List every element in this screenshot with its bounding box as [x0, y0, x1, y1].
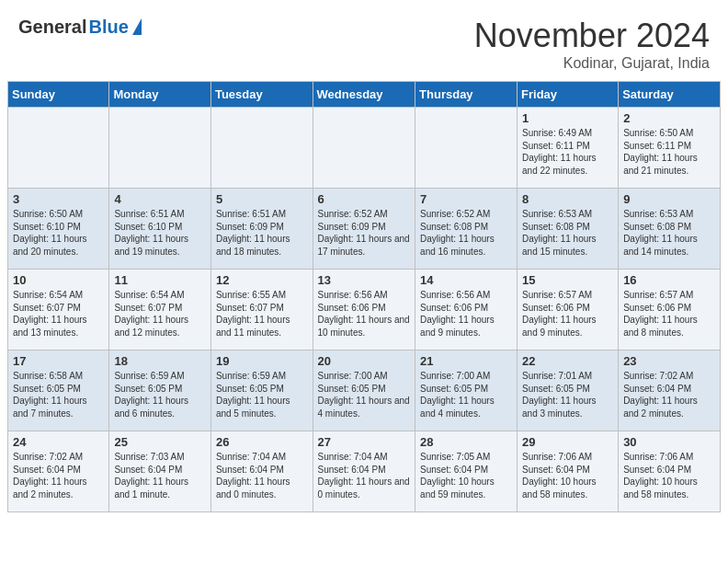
day-info: Sunrise: 6:58 AM Sunset: 6:05 PM Dayligh…: [13, 370, 104, 419]
calendar-day: 9Sunrise: 6:53 AM Sunset: 6:08 PM Daylig…: [619, 189, 721, 270]
calendar-table: SundayMondayTuesdayWednesdayThursdayFrid…: [7, 81, 721, 512]
day-number: 7: [420, 192, 512, 206]
day-info: Sunrise: 6:57 AM Sunset: 6:06 PM Dayligh…: [623, 289, 715, 339]
day-info: Sunrise: 6:53 AM Sunset: 6:08 PM Dayligh…: [522, 208, 613, 258]
calendar-day: 13Sunrise: 6:56 AM Sunset: 6:06 PM Dayli…: [313, 270, 415, 350]
month-title: November 2024: [474, 17, 710, 55]
day-number: 19: [216, 354, 308, 368]
calendar-day: [210, 108, 313, 189]
day-number: 30: [623, 435, 715, 449]
logo-triangle-icon: [132, 18, 142, 35]
calendar-day: 17Sunrise: 6:58 AM Sunset: 6:05 PM Dayli…: [8, 350, 109, 431]
day-info: Sunrise: 6:54 AM Sunset: 6:07 PM Dayligh…: [114, 289, 206, 339]
day-info: Sunrise: 7:02 AM Sunset: 6:04 PM Dayligh…: [623, 370, 715, 419]
day-number: 16: [623, 273, 715, 287]
day-number: 3: [13, 192, 104, 206]
day-info: Sunrise: 6:54 AM Sunset: 6:07 PM Dayligh…: [13, 289, 104, 339]
calendar-body: 1Sunrise: 6:49 AM Sunset: 6:11 PM Daylig…: [8, 108, 721, 512]
calendar-day: [8, 108, 109, 189]
day-number: 26: [216, 435, 308, 449]
day-number: 25: [114, 435, 206, 449]
calendar-day: [415, 108, 518, 189]
calendar-day: 26Sunrise: 7:04 AM Sunset: 6:04 PM Dayli…: [210, 431, 313, 512]
weekday-header-friday: Friday: [518, 82, 619, 108]
calendar-day: 18Sunrise: 6:59 AM Sunset: 6:05 PM Dayli…: [109, 350, 211, 431]
day-info: Sunrise: 6:49 AM Sunset: 6:11 PM Dayligh…: [522, 127, 613, 177]
calendar-day: 30Sunrise: 7:06 AM Sunset: 6:04 PM Dayli…: [619, 431, 721, 512]
day-info: Sunrise: 6:51 AM Sunset: 6:10 PM Dayligh…: [114, 208, 206, 258]
calendar-day: 22Sunrise: 7:01 AM Sunset: 6:05 PM Dayli…: [518, 350, 619, 431]
calendar-day: 16Sunrise: 6:57 AM Sunset: 6:06 PM Dayli…: [619, 270, 721, 350]
calendar-day: 8Sunrise: 6:53 AM Sunset: 6:08 PM Daylig…: [518, 189, 619, 270]
calendar-day: [109, 108, 211, 189]
calendar-header: SundayMondayTuesdayWednesdayThursdayFrid…: [8, 82, 721, 108]
calendar-day: 7Sunrise: 6:52 AM Sunset: 6:08 PM Daylig…: [415, 189, 518, 270]
day-number: 10: [13, 273, 104, 287]
day-info: Sunrise: 7:00 AM Sunset: 6:05 PM Dayligh…: [318, 370, 411, 419]
day-number: 17: [13, 354, 104, 368]
calendar-day: 21Sunrise: 7:00 AM Sunset: 6:05 PM Dayli…: [415, 350, 518, 431]
day-info: Sunrise: 6:50 AM Sunset: 6:11 PM Dayligh…: [623, 127, 715, 177]
day-info: Sunrise: 7:06 AM Sunset: 6:04 PM Dayligh…: [522, 451, 613, 500]
day-info: Sunrise: 7:03 AM Sunset: 6:04 PM Dayligh…: [114, 451, 206, 500]
day-info: Sunrise: 6:53 AM Sunset: 6:08 PM Dayligh…: [623, 208, 715, 258]
day-number: 14: [420, 273, 512, 287]
calendar-day: 11Sunrise: 6:54 AM Sunset: 6:07 PM Dayli…: [109, 270, 211, 350]
weekday-header-wednesday: Wednesday: [313, 82, 415, 108]
day-info: Sunrise: 6:52 AM Sunset: 6:08 PM Dayligh…: [420, 208, 512, 258]
day-number: 22: [522, 354, 613, 368]
logo-general-text: General: [18, 17, 86, 38]
weekday-header-monday: Monday: [109, 82, 211, 108]
day-number: 4: [114, 192, 206, 206]
day-info: Sunrise: 6:50 AM Sunset: 6:10 PM Dayligh…: [13, 208, 104, 258]
calendar-week-4: 17Sunrise: 6:58 AM Sunset: 6:05 PM Dayli…: [8, 350, 721, 431]
day-number: 2: [623, 111, 715, 125]
day-number: 20: [318, 354, 411, 368]
calendar-day: 27Sunrise: 7:04 AM Sunset: 6:04 PM Dayli…: [313, 431, 415, 512]
day-info: Sunrise: 7:04 AM Sunset: 6:04 PM Dayligh…: [318, 451, 411, 500]
calendar-day: 28Sunrise: 7:05 AM Sunset: 6:04 PM Dayli…: [415, 431, 518, 512]
day-number: 1: [522, 111, 613, 125]
title-section: November 2024 Kodinar, Gujarat, India: [474, 17, 710, 72]
calendar-day: [313, 108, 415, 189]
day-number: 8: [522, 192, 613, 206]
weekday-header-tuesday: Tuesday: [210, 82, 313, 108]
day-number: 21: [420, 354, 512, 368]
calendar-day: 24Sunrise: 7:02 AM Sunset: 6:04 PM Dayli…: [8, 431, 109, 512]
calendar-day: 15Sunrise: 6:57 AM Sunset: 6:06 PM Dayli…: [518, 270, 619, 350]
calendar-week-5: 24Sunrise: 7:02 AM Sunset: 6:04 PM Dayli…: [8, 431, 721, 512]
day-number: 28: [420, 435, 512, 449]
weekday-header-thursday: Thursday: [415, 82, 518, 108]
calendar-day: 2Sunrise: 6:50 AM Sunset: 6:11 PM Daylig…: [619, 108, 721, 189]
day-number: 18: [114, 354, 206, 368]
day-info: Sunrise: 7:02 AM Sunset: 6:04 PM Dayligh…: [13, 451, 104, 500]
calendar-day: 10Sunrise: 6:54 AM Sunset: 6:07 PM Dayli…: [8, 270, 109, 350]
calendar-day: 12Sunrise: 6:55 AM Sunset: 6:07 PM Dayli…: [210, 270, 313, 350]
day-info: Sunrise: 6:56 AM Sunset: 6:06 PM Dayligh…: [318, 289, 411, 339]
day-number: 6: [318, 192, 411, 206]
day-info: Sunrise: 7:00 AM Sunset: 6:05 PM Dayligh…: [420, 370, 512, 419]
location-text: Kodinar, Gujarat, India: [474, 55, 710, 72]
day-number: 13: [318, 273, 411, 287]
day-number: 29: [522, 435, 613, 449]
day-number: 9: [623, 192, 715, 206]
day-info: Sunrise: 6:59 AM Sunset: 6:05 PM Dayligh…: [114, 370, 206, 419]
logo: General Blue: [18, 17, 142, 38]
calendar-day: 5Sunrise: 6:51 AM Sunset: 6:09 PM Daylig…: [210, 189, 313, 270]
calendar-day: 19Sunrise: 6:59 AM Sunset: 6:05 PM Dayli…: [210, 350, 313, 431]
calendar-day: 23Sunrise: 7:02 AM Sunset: 6:04 PM Dayli…: [619, 350, 721, 431]
calendar-day: 29Sunrise: 7:06 AM Sunset: 6:04 PM Dayli…: [518, 431, 619, 512]
day-info: Sunrise: 7:05 AM Sunset: 6:04 PM Dayligh…: [420, 451, 512, 500]
calendar-wrapper: SundayMondayTuesdayWednesdayThursdayFrid…: [0, 81, 728, 520]
calendar-week-1: 1Sunrise: 6:49 AM Sunset: 6:11 PM Daylig…: [8, 108, 721, 189]
day-number: 12: [216, 273, 308, 287]
day-number: 15: [522, 273, 613, 287]
day-info: Sunrise: 6:59 AM Sunset: 6:05 PM Dayligh…: [216, 370, 308, 419]
day-number: 11: [114, 273, 206, 287]
day-number: 24: [13, 435, 104, 449]
calendar-week-3: 10Sunrise: 6:54 AM Sunset: 6:07 PM Dayli…: [8, 270, 721, 350]
day-info: Sunrise: 7:06 AM Sunset: 6:04 PM Dayligh…: [623, 451, 715, 500]
day-info: Sunrise: 7:01 AM Sunset: 6:05 PM Dayligh…: [522, 370, 613, 419]
calendar-week-2: 3Sunrise: 6:50 AM Sunset: 6:10 PM Daylig…: [8, 189, 721, 270]
day-info: Sunrise: 6:57 AM Sunset: 6:06 PM Dayligh…: [522, 289, 613, 339]
